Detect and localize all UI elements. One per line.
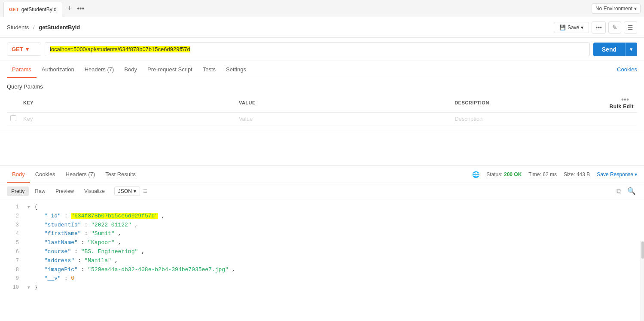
json-key: "firstName" [44, 230, 81, 237]
json-value-v: 0 [71, 275, 74, 281]
save-icon: 💾 [559, 24, 566, 31]
json-line: 2 "_id" : "634f878b07b15ce6d929f57d" , [7, 212, 637, 221]
search-button[interactable]: 🔍 [626, 186, 637, 196]
tab-headers[interactable]: Headers (7) [79, 62, 119, 78]
collapse-icon[interactable]: ▼ [27, 205, 30, 210]
chevron-down-icon: ▾ [26, 46, 29, 52]
environment-selector[interactable]: No Environment ▾ [592, 3, 641, 14]
response-tab-body[interactable]: Body [7, 167, 30, 183]
document-button[interactable]: ☰ [624, 21, 637, 34]
tab-pre-request-script[interactable]: Pre-request Script [142, 62, 198, 78]
desc-cell[interactable]: Description [451, 113, 606, 125]
tab-tests[interactable]: Tests [198, 62, 221, 78]
url-input-wrapper: localhost:5000/api/students/634f878b07b1… [45, 42, 590, 56]
response-tab-cookies[interactable]: Cookies [30, 167, 61, 183]
more-icon[interactable]: ••• [621, 96, 629, 103]
more-actions-button[interactable]: ••• [592, 21, 606, 34]
bulk-edit-button[interactable]: Bulk Edit [609, 104, 634, 110]
json-line: 6 "course" : "BS. Engineering" , [7, 248, 637, 257]
row-checkbox[interactable] [10, 115, 16, 121]
request-tab[interactable]: GET getStudentById [3, 2, 62, 17]
breadcrumb-current: getStudentById [39, 24, 80, 31]
actions-col-header: ••• Bulk Edit [606, 93, 637, 113]
format-selector[interactable]: JSON ▾ [114, 186, 140, 196]
tab-method-badge: GET [9, 7, 19, 12]
url-bar: GET ▾ localhost:5000/api/students/634f87… [0, 38, 644, 61]
format-tab-pretty[interactable]: Pretty [7, 186, 29, 196]
checkbox-col-header [7, 93, 20, 113]
json-key: "lastName" [44, 239, 78, 246]
format-label: JSON [118, 188, 132, 194]
json-line: 1 ▼ { [7, 203, 637, 212]
format-bar: Pretty Raw Preview Visualize JSON ▾ ≡ ⧉ … [0, 183, 644, 199]
tab-settings[interactable]: Settings [221, 62, 251, 78]
chevron-down-icon: ▾ [581, 24, 583, 31]
json-value-studentid: "2022-01122" [91, 222, 131, 228]
tab-params[interactable]: Params [7, 62, 37, 78]
collapse-icon[interactable]: ▼ [27, 285, 30, 290]
copy-button[interactable]: ⧉ [615, 186, 623, 196]
format-tab-visualize[interactable]: Visualize [80, 186, 109, 196]
json-value-address: "Manila" [84, 257, 111, 264]
save-response-button[interactable]: Save Response ▾ [597, 171, 637, 177]
title-actions: 💾 Save ▾ ••• ✎ ☰ [554, 21, 637, 34]
tab-body[interactable]: Body [119, 62, 142, 78]
json-comma: , [115, 257, 118, 264]
desc-col-header: DESCRIPTION [451, 93, 606, 113]
line-number: 3 [7, 221, 19, 229]
query-params-section: Query Params KEY VALUE DESCRIPTION ••• B… [0, 78, 644, 131]
tab-bar: GET getStudentById + ••• No Environment … [0, 0, 644, 17]
line-number: 7 [7, 257, 19, 265]
json-comma: , [162, 213, 165, 219]
json-key: "imagePic" [44, 266, 78, 273]
globe-icon: 🌐 [472, 171, 479, 178]
tab-bar-right: No Environment ▾ [592, 3, 641, 14]
response-tab-headers[interactable]: Headers (7) [61, 167, 101, 183]
response-size: Size: 443 B [564, 171, 590, 177]
json-value-lastname: "Kapoor" [88, 239, 114, 246]
line-number: 2 [7, 212, 19, 220]
line-number: 4 [7, 230, 19, 238]
method-selector[interactable]: GET ▾ [7, 43, 41, 56]
query-params-title: Query Params [7, 83, 637, 90]
line-number: 8 [7, 266, 19, 274]
json-line: 3 "studentId" : "2022-01122" , [7, 221, 637, 230]
chevron-down-icon: ▾ [134, 188, 136, 194]
send-button[interactable]: Send [593, 43, 625, 56]
tab-authorization[interactable]: Authorization [37, 62, 79, 78]
format-tab-preview[interactable]: Preview [51, 186, 78, 196]
scrollbar[interactable] [641, 241, 644, 321]
json-brace-open: { [34, 204, 38, 210]
json-key: "address" [44, 257, 74, 264]
request-tabs: Params Authorization Headers (7) Body Pr… [0, 61, 644, 78]
add-tab-button[interactable]: + [64, 4, 76, 13]
breadcrumb-separator: / [33, 24, 35, 31]
edit-button[interactable]: ✎ [608, 21, 621, 34]
response-tab-test-results[interactable]: Test Results [100, 167, 141, 183]
breadcrumb-parent: Students [7, 24, 29, 31]
json-comma: , [141, 248, 145, 255]
json-key: "__v" [44, 275, 61, 281]
format-bar-right: ⧉ 🔍 [615, 186, 637, 196]
json-brace-close: } [34, 284, 38, 290]
cookies-link[interactable]: Cookies [617, 66, 637, 73]
breadcrumb: Students / getStudentById [7, 24, 80, 31]
value-cell[interactable]: Value [235, 113, 451, 125]
scrollbar-thumb[interactable] [641, 242, 644, 259]
save-button[interactable]: 💾 Save ▾ [554, 22, 589, 33]
params-table: KEY VALUE DESCRIPTION ••• Bulk Edit Key … [7, 93, 637, 125]
status-label: Status: 200 OK [486, 171, 522, 177]
line-number: 10 [7, 284, 19, 292]
send-button-group: Send ▾ [593, 43, 637, 56]
spacer [0, 131, 644, 165]
json-response-body: 1 ▼ { 2 "_id" : "634f878b07b15ce6d929f57… [0, 199, 644, 294]
json-line: 8 "imagePic" : "529ea44a-db32-408e-b2b4-… [7, 266, 637, 275]
filter-icon[interactable]: ≡ [142, 186, 148, 196]
send-chevron-button[interactable]: ▾ [625, 43, 637, 56]
tab-more-button[interactable]: ••• [75, 5, 86, 12]
key-cell[interactable]: Key [20, 113, 235, 125]
url-input[interactable] [45, 42, 590, 56]
format-tab-raw[interactable]: Raw [31, 186, 49, 196]
json-value-course: "BS. Engineering" [81, 248, 138, 255]
json-comma: , [118, 230, 121, 237]
